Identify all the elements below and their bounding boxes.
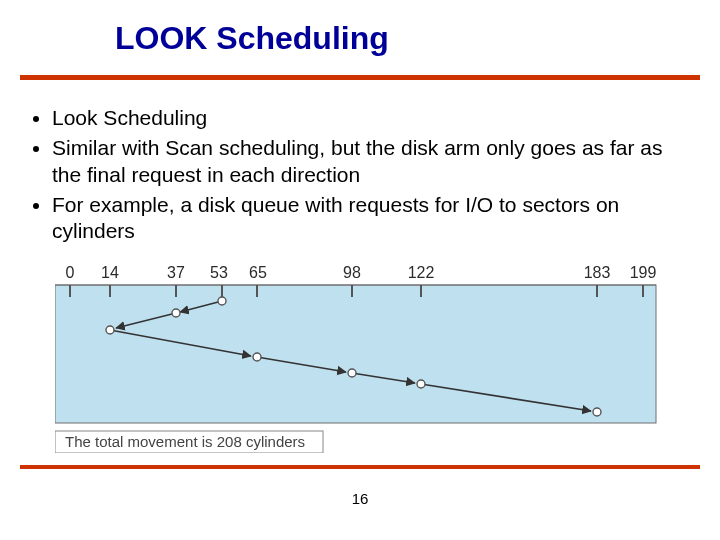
title-underline (20, 75, 700, 80)
point-14 (106, 326, 114, 334)
svg-text:122: 122 (408, 264, 435, 281)
svg-text:37: 37 (167, 264, 185, 281)
svg-text:53: 53 (210, 264, 228, 281)
svg-text:199: 199 (630, 264, 657, 281)
look-diagram: 0 14 37 53 65 (55, 263, 665, 453)
slide-title: LOOK Scheduling (115, 20, 389, 57)
svg-text:0: 0 (66, 264, 75, 281)
svg-text:65: 65 (249, 264, 267, 281)
point-183 (593, 408, 601, 416)
point-122 (417, 380, 425, 388)
point-98 (348, 369, 356, 377)
bullet-item: For example, a disk queue with requests … (52, 192, 690, 245)
slide: LOOK Scheduling Look Scheduling Similar … (0, 0, 720, 540)
caption-box: The total movement is 208 cylinders (55, 431, 323, 453)
bullet-item: Look Scheduling (52, 105, 690, 131)
point-65 (253, 353, 261, 361)
page-number: 16 (0, 490, 720, 507)
diagram-band (55, 285, 656, 423)
bullet-list: Look Scheduling Similar with Scan schedu… (30, 105, 690, 248)
svg-text:14: 14 (101, 264, 119, 281)
svg-text:The total movement is 208 cyli: The total movement is 208 cylinders (65, 433, 305, 450)
point-53 (218, 297, 226, 305)
svg-text:183: 183 (584, 264, 611, 281)
svg-text:98: 98 (343, 264, 361, 281)
footer-rule (20, 465, 700, 469)
bullet-item: Similar with Scan scheduling, but the di… (52, 135, 690, 188)
point-37 (172, 309, 180, 317)
